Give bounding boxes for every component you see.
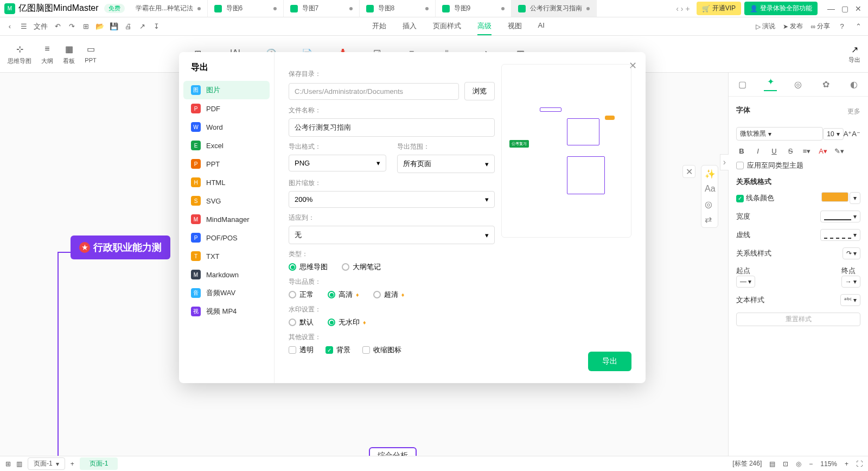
type-mindmap-radio[interactable]: 思维导图 <box>289 262 328 272</box>
collapse-icon[interactable]: ⌃ <box>854 22 863 31</box>
dash-select[interactable]: ▾ <box>820 229 860 241</box>
font-increase-icon[interactable]: A⁺ <box>844 130 852 138</box>
export-format-item[interactable]: TTXT <box>179 247 274 265</box>
strike-icon[interactable]: S <box>785 147 796 155</box>
export-format-item[interactable]: MMarkdown <box>179 265 274 284</box>
document-tab[interactable]: 学霸在用...种笔记法 <box>129 0 208 17</box>
import-icon[interactable]: ↧ <box>152 22 161 31</box>
export-format-item[interactable]: HHTML <box>179 173 274 192</box>
line-color-checkbox[interactable]: ✓ <box>736 195 744 202</box>
redo-icon[interactable]: ↷ <box>67 22 76 31</box>
align-icon[interactable]: ≡▾ <box>801 147 812 155</box>
menu-tab-4[interactable]: 视图 <box>508 18 522 35</box>
export-format-item[interactable]: 图图片 <box>183 81 270 99</box>
zoom-in-icon[interactable]: + <box>845 460 848 468</box>
list-icon[interactable]: ▥ <box>16 460 22 468</box>
export-format-item[interactable]: WWord <box>179 118 274 136</box>
export-format-item[interactable]: EExcel <box>179 136 274 155</box>
minimize-icon[interactable]: — <box>827 4 835 13</box>
tab-next-icon[interactable]: › <box>681 4 684 13</box>
maximize-icon[interactable]: ▢ <box>841 4 848 13</box>
format-tool-icon[interactable]: Aa <box>705 184 714 194</box>
tab-prev-icon[interactable]: ‹ <box>676 4 679 13</box>
document-tab[interactable]: 导图6 <box>208 0 284 17</box>
highlight-icon[interactable]: ✎▾ <box>834 147 845 155</box>
export-format-item[interactable]: MMindManager <box>179 210 274 228</box>
print-icon[interactable]: 🖨 <box>124 22 132 31</box>
export-format-item[interactable]: PPDF <box>179 99 274 118</box>
document-tab[interactable]: 导图7 <box>284 0 360 17</box>
bold-icon[interactable]: B <box>736 147 747 155</box>
zoom-out-icon[interactable]: − <box>809 460 813 468</box>
fit-icon[interactable]: ⊡ <box>783 460 788 468</box>
panel-close-icon[interactable]: ✕ <box>682 165 695 178</box>
document-tab[interactable]: 导图9 <box>436 0 512 17</box>
target-tool-icon[interactable]: ◎ <box>705 199 714 209</box>
fullscreen-icon[interactable]: ⛶ <box>856 460 863 468</box>
view-mode-button[interactable]: ≡大纲 <box>41 43 53 65</box>
document-tab[interactable]: 公考行测复习指南 <box>512 0 597 17</box>
share-button[interactable]: ∞分享 <box>810 22 830 31</box>
text-style-select[interactable]: ᵃᵇᶜ ▾ <box>840 294 860 306</box>
rp-tab-ai-icon[interactable]: ✦ <box>764 78 777 91</box>
publish-button[interactable]: ➤发布 <box>783 22 803 31</box>
export-format-item[interactable]: PPPT <box>179 155 274 173</box>
mindmap-root-node[interactable]: ★ 行政职业能力测 <box>71 236 170 259</box>
export-format-item[interactable]: 音音频WAV <box>179 284 274 302</box>
wm-default-radio[interactable]: 默认 <box>289 317 314 327</box>
scale-select[interactable]: 200%▾ <box>289 191 495 208</box>
menu-tab-2[interactable]: 页面样式 <box>433 18 461 35</box>
quality-uhd-radio[interactable]: 超清♦ <box>373 290 405 300</box>
new-icon[interactable]: ⊞ <box>81 22 90 31</box>
file-menu[interactable]: 文件 <box>34 22 48 31</box>
export-format-item[interactable]: SSVG <box>179 192 274 210</box>
export-format-item[interactable]: 视视频 MP4 <box>179 302 274 321</box>
help-icon[interactable]: ? <box>838 22 846 31</box>
vip-button[interactable]: 🛒 开通VIP <box>697 2 741 15</box>
layers-icon[interactable]: ▤ <box>769 460 775 468</box>
color-dropdown[interactable]: ▾ <box>850 192 860 204</box>
end-select[interactable]: → ▾ <box>841 276 860 288</box>
present-button[interactable]: ▷演说 <box>756 22 775 31</box>
font-size-select[interactable]: 10▾ <box>823 128 843 140</box>
start-select[interactable]: — ▾ <box>736 276 755 288</box>
page-tab[interactable]: 页面-1 <box>80 457 118 470</box>
export-format-item[interactable]: PPOF/POS <box>179 228 274 247</box>
page-select[interactable]: 页面-1▾ <box>28 457 65 470</box>
font-color-icon[interactable]: A▾ <box>818 147 828 155</box>
swap-tool-icon[interactable]: ⇄ <box>705 214 714 224</box>
login-button[interactable]: 👤 登录体验全部功能 <box>744 2 818 15</box>
export-confirm-button[interactable]: 导出 <box>588 352 631 371</box>
font-decrease-icon[interactable]: A⁻ <box>852 130 860 138</box>
quality-normal-radio[interactable]: 正常 <box>289 290 314 300</box>
ai-tool-icon[interactable]: ✨ <box>705 169 714 179</box>
range-select[interactable]: 所有页面▾ <box>397 155 495 173</box>
rel-style-select[interactable]: ↷ ▾ <box>843 247 860 259</box>
grid-icon[interactable]: ⊞ <box>5 460 11 468</box>
rp-tab-style-icon[interactable]: ▢ <box>736 78 749 91</box>
view-mode-button[interactable]: ▭PPT <box>85 43 97 65</box>
font-family-select[interactable]: 微软雅黑▾ <box>736 127 823 141</box>
close-icon[interactable]: ✕ <box>855 4 861 13</box>
document-tab[interactable]: 导图8 <box>360 0 436 17</box>
rp-tab-map-icon[interactable]: ◎ <box>792 78 805 91</box>
save-dir-input[interactable]: C:/Users/Administrator/Documents <box>289 83 459 100</box>
locate-icon[interactable]: ◎ <box>796 460 801 468</box>
panel-toggle-icon[interactable]: › <box>720 154 729 170</box>
rp-tab-theme-icon[interactable]: ✿ <box>820 78 833 91</box>
color-swatch[interactable] <box>821 192 848 202</box>
rp-tab-time-icon[interactable]: ◐ <box>847 78 860 91</box>
filename-input[interactable]: 公考行测复习指南 <box>289 118 495 137</box>
ribbon-export[interactable]: ↗ 导出 <box>848 44 860 64</box>
italic-icon[interactable]: I <box>752 147 763 155</box>
transparent-checkbox[interactable]: 透明 <box>289 345 314 355</box>
collapse-checkbox[interactable]: 收缩图标 <box>362 345 401 355</box>
open-icon[interactable]: 📂 <box>95 22 104 31</box>
reset-style-button[interactable]: 重置样式 <box>736 313 860 326</box>
mindmap-node[interactable]: 综合分析 <box>369 447 417 456</box>
menu-tab-1[interactable]: 插入 <box>403 18 417 35</box>
fit-select[interactable]: 无▾ <box>289 226 495 244</box>
format-select[interactable]: PNG▾ <box>289 155 386 171</box>
tab-add-icon[interactable]: + <box>685 4 690 13</box>
view-mode-button[interactable]: ⊹思维导图 <box>8 43 31 65</box>
